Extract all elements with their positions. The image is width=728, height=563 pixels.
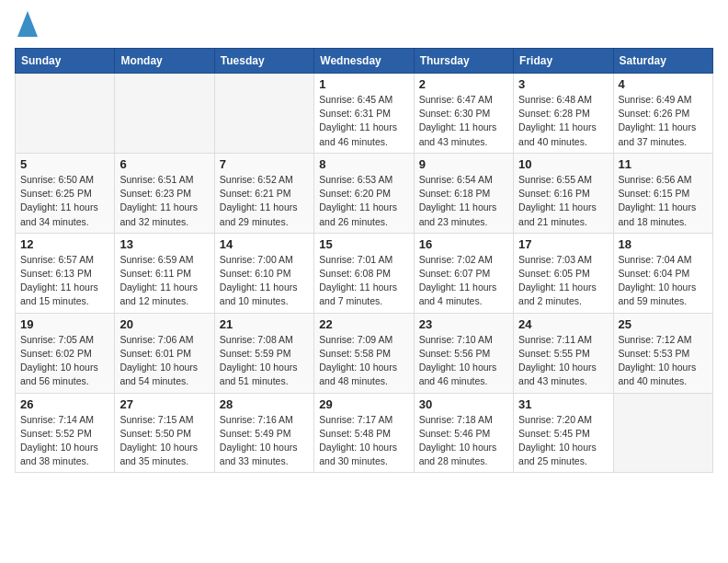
day-info: Sunrise: 6:59 AM Sunset: 6:11 PM Dayligh…: [119, 253, 209, 309]
calendar-week-row: 26Sunrise: 7:14 AM Sunset: 5:52 PM Dayli…: [16, 393, 713, 473]
logo: [15, 15, 38, 40]
calendar-week-row: 19Sunrise: 7:05 AM Sunset: 6:02 PM Dayli…: [16, 313, 713, 393]
calendar-week-row: 5Sunrise: 6:50 AM Sunset: 6:25 PM Daylig…: [16, 153, 713, 233]
day-number: 23: [419, 317, 508, 331]
day-info: Sunrise: 6:45 AM Sunset: 6:31 PM Dayligh…: [319, 93, 408, 149]
day-info: Sunrise: 7:17 AM Sunset: 5:48 PM Dayligh…: [319, 413, 408, 469]
day-number: 9: [419, 157, 508, 171]
day-number: 20: [119, 317, 209, 331]
calendar-header-wednesday: Wednesday: [314, 49, 414, 74]
day-info: Sunrise: 7:05 AM Sunset: 6:02 PM Dayligh…: [20, 333, 109, 389]
calendar-cell: [115, 74, 214, 154]
day-number: 10: [518, 157, 608, 171]
calendar-header-saturday: Saturday: [613, 49, 712, 74]
day-number: 14: [220, 237, 309, 251]
calendar-cell: 13Sunrise: 6:59 AM Sunset: 6:11 PM Dayli…: [115, 233, 214, 313]
calendar-week-row: 12Sunrise: 6:57 AM Sunset: 6:13 PM Dayli…: [16, 233, 713, 313]
day-number: 22: [319, 317, 408, 331]
day-number: 25: [619, 317, 708, 331]
calendar-header-row: SundayMondayTuesdayWednesdayThursdayFrid…: [16, 49, 713, 74]
calendar-cell: 27Sunrise: 7:15 AM Sunset: 5:50 PM Dayli…: [115, 393, 214, 473]
day-number: 2: [419, 77, 508, 91]
day-number: 16: [419, 237, 508, 251]
calendar-cell: 21Sunrise: 7:08 AM Sunset: 5:59 PM Dayli…: [214, 313, 313, 393]
calendar-cell: 2Sunrise: 6:47 AM Sunset: 6:30 PM Daylig…: [414, 74, 513, 154]
calendar-cell: [214, 74, 313, 154]
day-number: 24: [518, 317, 608, 331]
day-info: Sunrise: 6:47 AM Sunset: 6:30 PM Dayligh…: [419, 93, 508, 149]
calendar-cell: 30Sunrise: 7:18 AM Sunset: 5:46 PM Dayli…: [414, 393, 513, 473]
calendar-cell: 31Sunrise: 7:20 AM Sunset: 5:45 PM Dayli…: [514, 393, 613, 473]
day-info: Sunrise: 6:48 AM Sunset: 6:28 PM Dayligh…: [518, 93, 608, 149]
day-number: 15: [319, 237, 408, 251]
calendar-cell: [16, 74, 115, 154]
day-info: Sunrise: 6:56 AM Sunset: 6:15 PM Dayligh…: [619, 173, 708, 229]
day-info: Sunrise: 6:55 AM Sunset: 6:16 PM Dayligh…: [518, 173, 608, 229]
day-info: Sunrise: 7:10 AM Sunset: 5:56 PM Dayligh…: [419, 333, 508, 389]
day-info: Sunrise: 6:52 AM Sunset: 6:21 PM Dayligh…: [220, 173, 309, 229]
day-info: Sunrise: 6:53 AM Sunset: 6:20 PM Dayligh…: [319, 173, 408, 229]
day-number: 19: [20, 317, 109, 331]
calendar-cell: 10Sunrise: 6:55 AM Sunset: 6:16 PM Dayli…: [514, 153, 613, 233]
page-header: [15, 15, 713, 40]
day-info: Sunrise: 6:50 AM Sunset: 6:25 PM Dayligh…: [20, 173, 109, 229]
day-info: Sunrise: 7:06 AM Sunset: 6:01 PM Dayligh…: [119, 333, 209, 389]
day-number: 6: [119, 157, 209, 171]
calendar-cell: 7Sunrise: 6:52 AM Sunset: 6:21 PM Daylig…: [214, 153, 313, 233]
calendar-cell: 24Sunrise: 7:11 AM Sunset: 5:55 PM Dayli…: [514, 313, 613, 393]
calendar-cell: 17Sunrise: 7:03 AM Sunset: 6:05 PM Dayli…: [514, 233, 613, 313]
day-info: Sunrise: 7:09 AM Sunset: 5:58 PM Dayligh…: [319, 333, 408, 389]
calendar-header-monday: Monday: [115, 49, 214, 74]
calendar-cell: [613, 393, 712, 473]
day-info: Sunrise: 7:04 AM Sunset: 6:04 PM Dayligh…: [619, 253, 708, 309]
day-info: Sunrise: 7:08 AM Sunset: 5:59 PM Dayligh…: [220, 333, 309, 389]
day-number: 1: [319, 77, 408, 91]
day-number: 28: [220, 397, 309, 411]
day-info: Sunrise: 7:01 AM Sunset: 6:08 PM Dayligh…: [319, 253, 408, 309]
day-number: 18: [619, 237, 708, 251]
calendar-cell: 14Sunrise: 7:00 AM Sunset: 6:10 PM Dayli…: [214, 233, 313, 313]
calendar-cell: 15Sunrise: 7:01 AM Sunset: 6:08 PM Dayli…: [314, 233, 414, 313]
day-number: 13: [119, 237, 209, 251]
calendar-header-friday: Friday: [514, 49, 613, 74]
day-info: Sunrise: 7:00 AM Sunset: 6:10 PM Dayligh…: [220, 253, 309, 309]
calendar-cell: 11Sunrise: 6:56 AM Sunset: 6:15 PM Dayli…: [613, 153, 712, 233]
day-number: 17: [518, 237, 608, 251]
day-number: 26: [20, 397, 109, 411]
logo-icon: [17, 11, 38, 40]
calendar-header-tuesday: Tuesday: [214, 49, 313, 74]
day-number: 31: [518, 397, 608, 411]
calendar-cell: 19Sunrise: 7:05 AM Sunset: 6:02 PM Dayli…: [16, 313, 115, 393]
day-number: 29: [319, 397, 408, 411]
day-number: 8: [319, 157, 408, 171]
day-info: Sunrise: 7:03 AM Sunset: 6:05 PM Dayligh…: [518, 253, 608, 309]
calendar-cell: 23Sunrise: 7:10 AM Sunset: 5:56 PM Dayli…: [414, 313, 513, 393]
calendar-cell: 4Sunrise: 6:49 AM Sunset: 6:26 PM Daylig…: [613, 74, 712, 154]
day-info: Sunrise: 7:02 AM Sunset: 6:07 PM Dayligh…: [419, 253, 508, 309]
calendar-week-row: 1Sunrise: 6:45 AM Sunset: 6:31 PM Daylig…: [16, 74, 713, 154]
day-info: Sunrise: 7:16 AM Sunset: 5:49 PM Dayligh…: [220, 413, 309, 469]
day-info: Sunrise: 6:54 AM Sunset: 6:18 PM Dayligh…: [419, 173, 508, 229]
day-info: Sunrise: 7:18 AM Sunset: 5:46 PM Dayligh…: [419, 413, 508, 469]
calendar-cell: 22Sunrise: 7:09 AM Sunset: 5:58 PM Dayli…: [314, 313, 414, 393]
day-number: 12: [20, 237, 109, 251]
calendar-cell: 5Sunrise: 6:50 AM Sunset: 6:25 PM Daylig…: [16, 153, 115, 233]
calendar-header-thursday: Thursday: [414, 49, 513, 74]
day-number: 21: [220, 317, 309, 331]
calendar-cell: 6Sunrise: 6:51 AM Sunset: 6:23 PM Daylig…: [115, 153, 214, 233]
day-info: Sunrise: 7:20 AM Sunset: 5:45 PM Dayligh…: [518, 413, 608, 469]
day-number: 7: [220, 157, 309, 171]
calendar-cell: 25Sunrise: 7:12 AM Sunset: 5:53 PM Dayli…: [613, 313, 712, 393]
calendar-header-sunday: Sunday: [16, 49, 115, 74]
calendar-cell: 29Sunrise: 7:17 AM Sunset: 5:48 PM Dayli…: [314, 393, 414, 473]
day-info: Sunrise: 6:57 AM Sunset: 6:13 PM Dayligh…: [20, 253, 109, 309]
day-info: Sunrise: 6:49 AM Sunset: 6:26 PM Dayligh…: [619, 93, 708, 149]
day-info: Sunrise: 7:11 AM Sunset: 5:55 PM Dayligh…: [518, 333, 608, 389]
calendar-cell: 28Sunrise: 7:16 AM Sunset: 5:49 PM Dayli…: [214, 393, 313, 473]
day-number: 3: [518, 77, 608, 91]
day-info: Sunrise: 7:15 AM Sunset: 5:50 PM Dayligh…: [119, 413, 209, 469]
calendar-cell: 3Sunrise: 6:48 AM Sunset: 6:28 PM Daylig…: [514, 74, 613, 154]
calendar-cell: 9Sunrise: 6:54 AM Sunset: 6:18 PM Daylig…: [414, 153, 513, 233]
day-number: 27: [119, 397, 209, 411]
calendar-cell: 16Sunrise: 7:02 AM Sunset: 6:07 PM Dayli…: [414, 233, 513, 313]
